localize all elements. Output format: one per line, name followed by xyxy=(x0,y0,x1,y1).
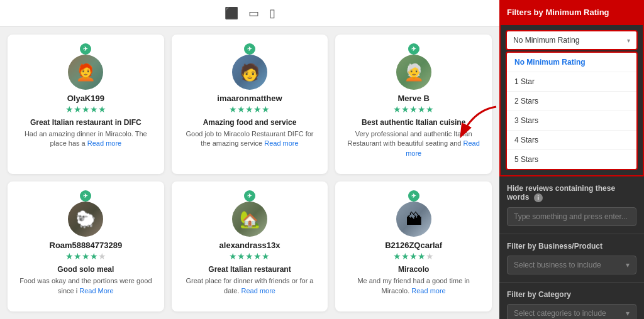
review-text: Very professional and authentic Italian … xyxy=(344,129,483,158)
star-rating: ★★★★★ xyxy=(65,251,106,261)
rating-dropdown-trigger[interactable]: No Minimum Rating ▾ xyxy=(506,30,638,50)
read-more-link[interactable]: Read more xyxy=(406,139,480,156)
review-title: Great Italian restaurant xyxy=(208,265,291,274)
username: B2126ZQcarlaf xyxy=(385,241,442,250)
dropdown-option-no-minimum[interactable]: No Minimum Rating xyxy=(507,53,636,72)
review-card: ✈ 🧑 imaaronmatthew ★★★★★ Amazing food an… xyxy=(172,35,328,174)
tablet-icon[interactable]: ▭ xyxy=(248,6,259,20)
star-rating: ★★★★★ xyxy=(65,104,106,114)
main-area: ⬛ ▭ ▯ ✈ 🧑‍🦰 OlyaK199 ★★★★★ Great Italian… xyxy=(0,0,499,319)
username: Merve B xyxy=(397,94,430,103)
category-dropdown[interactable]: Select categories to include ▾ xyxy=(507,304,636,319)
read-more-link[interactable]: Read more xyxy=(87,139,121,147)
dropdown-option-4stars[interactable]: 4 Stars xyxy=(507,131,636,150)
review-title: Good solo meal xyxy=(57,265,114,274)
review-text: Food was okay and the portions were good… xyxy=(16,276,155,296)
review-title: Great Italian restaurant in DIFC xyxy=(30,118,142,127)
review-card: ✈ 🏡 alexandrass13x ★★★★★ Great Italian r… xyxy=(172,181,328,311)
review-card: ✈ 🐑 Roam58884773289 ★★★★★ Good solo meal… xyxy=(8,181,164,311)
mobile-icon[interactable]: ▯ xyxy=(269,6,275,20)
review-text: Had an amazing dinner in Miracolo. The p… xyxy=(16,129,155,149)
hide-reviews-title: Hide reviews containing these words i xyxy=(507,184,636,202)
username: Roam58884773289 xyxy=(50,241,123,250)
read-more-link[interactable]: Read more xyxy=(242,287,275,295)
avatar: 🐑 xyxy=(68,202,103,237)
dropdown-option-2stars[interactable]: 2 Stars xyxy=(507,92,636,111)
star-rating: ★★★★★ xyxy=(229,104,270,114)
sidebar: Filters by Minimum Rating No Minimum Rat… xyxy=(499,0,644,319)
review-text: Good job to Miracolo Restaurant DIFC for… xyxy=(180,129,319,149)
review-card: ✈ 🏔 B2126ZQcarlaf ★★★★★ Miracolo Me and … xyxy=(335,181,492,311)
filter-title: Filters by Minimum Rating xyxy=(507,8,609,17)
category-placeholder: Select categories to include xyxy=(514,309,606,318)
chevron-down-icon: ▾ xyxy=(626,309,630,318)
filter-category-section: Filter by Category Select categories to … xyxy=(499,283,644,319)
business-dropdown[interactable]: Select business to include ▾ xyxy=(507,256,636,274)
username: OlyaK199 xyxy=(67,94,104,103)
tripadvisor-badge: ✈ xyxy=(408,43,419,55)
chevron-down-icon: ▾ xyxy=(627,37,630,44)
dropdown-option-3stars[interactable]: 3 Stars xyxy=(507,111,636,131)
dropdown-option-5stars[interactable]: 5 Stars xyxy=(507,150,636,169)
username: imaaronmatthew xyxy=(217,94,282,103)
tripadvisor-badge: ✈ xyxy=(80,43,91,55)
review-card: ✈ 🧑‍🦳 Merve B ★★★★★ Best authentic Itali… xyxy=(335,35,492,174)
dropdown-value: No Minimum Rating xyxy=(513,36,579,45)
filter-category-title: Filter by Category xyxy=(507,290,636,299)
filter-business-title: Filter by Business/Product xyxy=(507,242,636,251)
info-icon[interactable]: i xyxy=(534,193,543,202)
read-more-link[interactable]: Read more xyxy=(264,139,298,147)
avatar: 🧑 xyxy=(232,55,267,90)
review-card: ✈ 🧑‍🦰 OlyaK199 ★★★★★ Great Italian resta… xyxy=(8,35,164,174)
hide-words-input[interactable] xyxy=(507,207,636,226)
avatar: 🏔 xyxy=(396,202,431,237)
read-more-link[interactable]: Read more xyxy=(411,287,445,295)
avatar: 🧑‍🦳 xyxy=(396,55,431,90)
tripadvisor-badge: ✈ xyxy=(80,190,91,202)
avatar: 🧑‍🦰 xyxy=(68,55,103,90)
filter-header: Filters by Minimum Rating xyxy=(499,0,644,24)
review-title: Amazing food and service xyxy=(203,118,297,127)
business-placeholder: Select business to include xyxy=(514,261,601,269)
dropdown-option-1star[interactable]: 1 Star xyxy=(507,72,636,92)
chevron-down-icon: ▾ xyxy=(626,261,630,269)
review-title: Miracolo xyxy=(398,265,429,274)
tripadvisor-badge: ✈ xyxy=(244,43,255,55)
desktop-icon[interactable]: ⬛ xyxy=(225,6,238,20)
star-rating: ★★★★★ xyxy=(393,251,434,261)
star-rating: ★★★★★ xyxy=(393,104,434,114)
top-bar: ⬛ ▭ ▯ xyxy=(0,0,499,27)
review-text: Me and my friend had a good time in Mira… xyxy=(344,276,483,296)
rating-dropdown-menu: No Minimum Rating 1 Star 2 Stars 3 Stars… xyxy=(506,51,638,170)
review-title: Best authentic Italian cuisine xyxy=(362,118,465,127)
avatar: 🏡 xyxy=(232,202,267,237)
username: alexandrass13x xyxy=(219,241,280,250)
star-rating: ★★★★★ xyxy=(229,251,270,261)
review-text: Great place for dinner with friends or f… xyxy=(180,276,319,296)
tripadvisor-badge: ✈ xyxy=(408,190,419,202)
hide-reviews-section: Hide reviews containing these words i xyxy=(499,176,644,234)
read-more-link[interactable]: Read More xyxy=(79,287,113,295)
tripadvisor-badge: ✈ xyxy=(244,190,255,202)
reviews-grid: ✈ 🧑‍🦰 OlyaK199 ★★★★★ Great Italian resta… xyxy=(0,27,499,319)
filter-business-section: Filter by Business/Product Select busine… xyxy=(499,234,644,283)
